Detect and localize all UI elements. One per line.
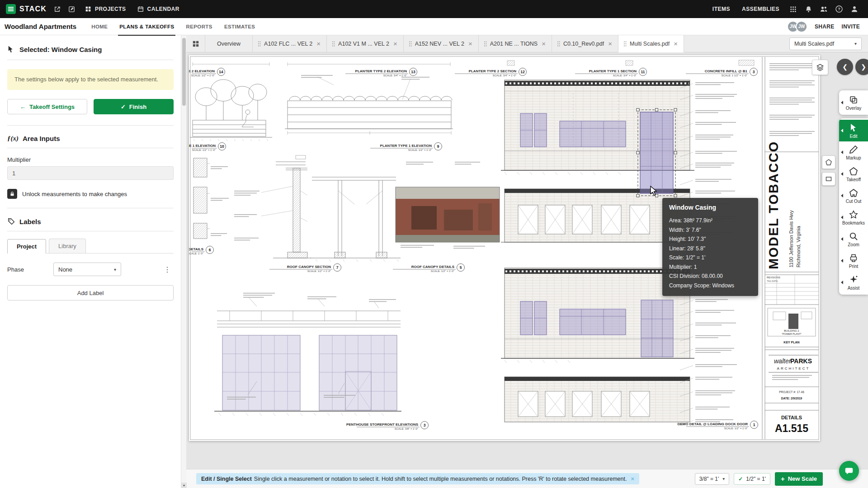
stack-logo[interactable]: STACK bbox=[5, 4, 47, 14]
nav-items[interactable]: ITEMS bbox=[707, 0, 736, 18]
expand-arrow-icon bbox=[841, 216, 843, 219]
takeoff-settings-button[interactable]: ← Takeoff Settings bbox=[7, 99, 87, 114]
next-page-button[interactable]: ❯ bbox=[855, 59, 868, 75]
close-icon[interactable]: × bbox=[541, 40, 547, 47]
tab-overview[interactable]: Overview bbox=[205, 35, 253, 52]
grid-view-button[interactable] bbox=[186, 35, 205, 52]
hint-close-icon[interactable]: × bbox=[631, 475, 634, 482]
lock-icon[interactable] bbox=[7, 189, 17, 199]
scrollbar-thumb[interactable] bbox=[182, 38, 186, 106]
doc-tab-a201-ne-tions[interactable]: A201 NE ... TIONS× bbox=[479, 35, 552, 52]
close-icon[interactable]: × bbox=[673, 40, 679, 47]
svg-text:SCALE: 1/2" = 1'-0": SCALE: 1/2" = 1'-0" bbox=[192, 149, 216, 151]
measurement-tooltip: Window Casing Area: 38ft² 77.9in²Width: … bbox=[662, 198, 758, 296]
share-button[interactable]: SHARE bbox=[815, 23, 835, 30]
close-icon[interactable]: × bbox=[607, 40, 613, 47]
tool-takeoff[interactable]: Takeoff bbox=[839, 163, 868, 185]
scroll-down-arrow[interactable]: ▼ bbox=[181, 483, 187, 488]
close-icon[interactable]: × bbox=[316, 40, 321, 47]
svg-text:13: 13 bbox=[411, 70, 415, 74]
multiplier-input[interactable] bbox=[7, 166, 174, 180]
account-icon[interactable] bbox=[847, 0, 862, 18]
tool-markup[interactable]: Markup bbox=[839, 141, 868, 163]
scale-dropdown[interactable]: 3/8" = 1' ▾ bbox=[695, 473, 730, 485]
phase-label: Phase bbox=[7, 266, 47, 273]
project-nav-home[interactable]: HOME bbox=[85, 18, 113, 35]
settings-notice: The settings below apply to the selected… bbox=[7, 69, 174, 90]
selected-title: Selected: Window Casing bbox=[19, 46, 102, 53]
doc-tab-multi-scales-pdf[interactable]: Multi Scales.pdf× bbox=[618, 35, 684, 52]
svg-text:PLANTER TYPE 2 SECTION: PLANTER TYPE 2 SECTION bbox=[469, 69, 517, 73]
support-chat-button[interactable] bbox=[839, 461, 859, 481]
doc-tab-a102-v1-m-vel-2[interactable]: A102 V1 M ... VEL 2× bbox=[327, 35, 404, 52]
previous-page-button[interactable]: ❮ bbox=[837, 59, 853, 75]
tool-edit[interactable]: Edit bbox=[839, 120, 868, 141]
titleblock-key-plan: KEY PLAN bbox=[783, 341, 799, 344]
project-nav: HOMEPLANS & TAKEOFFSREPORTSESTIMATES bbox=[85, 18, 261, 35]
tool-overlay[interactable]: Overlay bbox=[839, 92, 868, 113]
kebab-menu-icon[interactable]: ⋮ bbox=[161, 265, 174, 274]
svg-text:12: 12 bbox=[520, 70, 525, 74]
project-nav-estimates[interactable]: ESTIMATES bbox=[218, 18, 261, 35]
add-label-button[interactable]: Add Label bbox=[7, 285, 174, 300]
tab-project[interactable]: Project bbox=[7, 239, 46, 253]
tool-assist[interactable]: Assist bbox=[839, 272, 868, 293]
expand-arrow-icon bbox=[841, 172, 843, 176]
external-link-icon[interactable] bbox=[50, 0, 65, 18]
annotate-icon[interactable] bbox=[65, 0, 79, 18]
active-scale-chip[interactable]: ✓ 1/2" = 1' bbox=[734, 473, 770, 485]
project-nav-plans-takeoffs[interactable]: PLANS & TAKEOFFS bbox=[113, 18, 180, 35]
layers-button[interactable] bbox=[812, 60, 828, 75]
nav-calendar[interactable]: CALENDAR bbox=[132, 0, 185, 18]
expand-arrow-icon bbox=[841, 281, 843, 284]
rectangle-tool-button[interactable] bbox=[822, 172, 835, 186]
project-nav-reports[interactable]: REPORTS bbox=[180, 18, 218, 35]
svg-text:PENTHOUSE STOREFRONT ELEVATION: PENTHOUSE STOREFRONT ELEVATIONS bbox=[346, 422, 419, 427]
polygon-tool-button[interactable] bbox=[822, 155, 835, 169]
divider bbox=[7, 60, 174, 60]
doc-tab-a102-flc-vel-2[interactable]: A102 FLC ... VEL 2× bbox=[253, 35, 327, 52]
sheet-number: A1.515 bbox=[775, 422, 808, 434]
avatar[interactable]: JW bbox=[796, 21, 807, 33]
finish-button[interactable]: ✓ Finish bbox=[94, 99, 174, 114]
tool-zoom[interactable]: Zoom bbox=[839, 228, 868, 250]
unlock-row[interactable]: Unlock measurements to make changes bbox=[7, 189, 174, 199]
print-icon bbox=[849, 253, 859, 263]
notifications-icon[interactable] bbox=[801, 0, 816, 18]
svg-text:3: 3 bbox=[424, 423, 426, 427]
close-icon[interactable]: × bbox=[467, 40, 473, 47]
nav-projects[interactable]: PROJECTS bbox=[79, 0, 132, 18]
tab-library[interactable]: Library bbox=[49, 239, 86, 253]
sidebar-scrollbar[interactable]: ▼ bbox=[181, 35, 186, 488]
tag-icon bbox=[7, 217, 15, 225]
doc-tab-c0-10-rev0-pdf[interactable]: C0.10_Rev0.pdf× bbox=[552, 35, 618, 52]
selected-measurement[interactable] bbox=[637, 108, 677, 197]
tool-bookmarks[interactable]: Bookmarks bbox=[839, 206, 868, 228]
zoom-icon bbox=[849, 231, 859, 241]
phase-select[interactable]: None ▾ bbox=[53, 263, 121, 276]
plan-canvas[interactable]: MODEL TOBACCO 1100 Jefferson Davis Hwy R… bbox=[186, 52, 868, 488]
titleblock-date: DATE: 2/9/2019 bbox=[781, 397, 802, 400]
area-inputs-heading: ƒ(x) Area Inputs bbox=[0, 126, 181, 148]
document-select-value: Multi Scales.pdf bbox=[794, 41, 834, 47]
new-scale-label: New Scale bbox=[788, 475, 817, 482]
users-icon[interactable] bbox=[816, 0, 831, 18]
titleblock-building-sub: "POWER PLANT" bbox=[782, 333, 802, 335]
tool-print[interactable]: Print bbox=[839, 250, 868, 272]
tool-label: Cut Out bbox=[846, 199, 861, 204]
document-select[interactable]: Multi Scales.pdf ▾ bbox=[789, 38, 862, 50]
tools-toolbar-panel: EditMarkupTakeoffCut OutBookmarksZoomPri… bbox=[839, 118, 868, 295]
svg-text:9: 9 bbox=[437, 144, 439, 149]
close-icon[interactable]: × bbox=[392, 40, 398, 47]
new-scale-button[interactable]: + New Scale bbox=[775, 472, 823, 486]
invite-button[interactable]: INVITE bbox=[842, 23, 860, 30]
help-icon[interactable]: ? bbox=[832, 0, 846, 18]
stack-logo-icon bbox=[5, 4, 16, 14]
tooltip-row: CSI Division: 08.00.00 bbox=[669, 272, 751, 281]
tool-cut-out[interactable]: Cut Out bbox=[839, 185, 868, 206]
chevron-down-icon: ▾ bbox=[854, 41, 857, 46]
apps-grid-icon[interactable] bbox=[786, 0, 800, 18]
doc-tab-a152-nev-vel-2[interactable]: A152 NEV ... VEL 2× bbox=[404, 35, 479, 52]
drag-grip-icon bbox=[332, 41, 335, 47]
nav-assemblies[interactable]: ASSEMBLIES bbox=[736, 0, 785, 18]
